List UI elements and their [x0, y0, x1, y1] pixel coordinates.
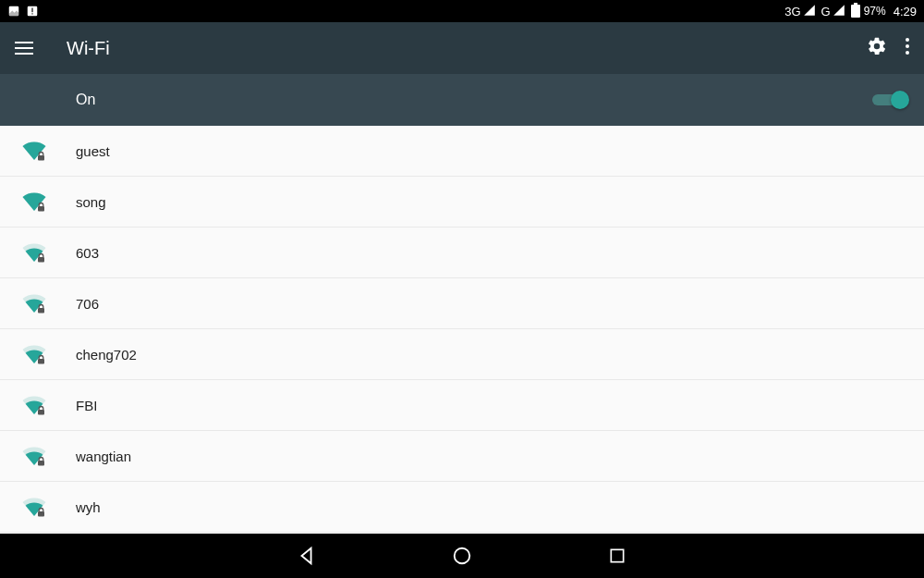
svg-rect-4	[851, 5, 860, 18]
wifi-toggle-row: On	[0, 74, 924, 126]
wifi-signal-icon	[22, 395, 46, 415]
svg-rect-5	[854, 3, 857, 5]
status-bar: 3G G 97% 4:29	[0, 0, 924, 22]
wifi-signal-icon	[22, 497, 46, 517]
wifi-toggle-switch[interactable]	[872, 91, 909, 109]
network-item[interactable]: wangtian	[0, 431, 924, 482]
network-item[interactable]: FBI	[0, 380, 924, 431]
svg-rect-12	[38, 308, 44, 314]
network-name: guest	[76, 143, 110, 159]
nav-bar	[0, 534, 924, 578]
home-button[interactable]	[449, 543, 475, 569]
cell-g-label: G	[821, 5, 831, 18]
recent-apps-button[interactable]	[604, 543, 630, 569]
back-button[interactable]	[294, 543, 320, 569]
wifi-signal-icon	[22, 141, 46, 161]
network-name: cheng702	[76, 347, 137, 363]
wifi-signal-icon	[22, 242, 46, 263]
overflow-menu-icon[interactable]	[906, 38, 909, 58]
svg-rect-16	[38, 511, 44, 517]
network-item[interactable]: cheng702	[0, 329, 924, 380]
alert-icon	[26, 5, 39, 18]
network-name: wangtian	[76, 449, 131, 464]
app-bar: Wi-Fi	[0, 22, 924, 74]
wifi-signal-icon	[22, 344, 46, 364]
network-item[interactable]: wyh	[0, 482, 924, 533]
svg-point-6	[906, 38, 909, 42]
battery-percent: 97%	[864, 5, 886, 18]
cell-3g-label: 3G	[784, 5, 800, 18]
photo-icon	[7, 5, 20, 18]
network-item[interactable]: 706	[0, 278, 924, 329]
svg-rect-2	[31, 8, 32, 13]
settings-icon[interactable]	[867, 36, 887, 60]
svg-rect-13	[38, 359, 44, 364]
wifi-signal-icon	[22, 446, 46, 466]
svg-rect-11	[38, 257, 44, 263]
svg-rect-10	[38, 206, 44, 212]
network-list: guestsong603706cheng702FBIwangtianwyh	[0, 126, 924, 534]
svg-rect-18	[611, 549, 623, 561]
network-item[interactable]: guest	[0, 126, 924, 177]
status-time: 4:29	[894, 5, 917, 18]
svg-rect-9	[38, 155, 44, 161]
svg-point-17	[455, 548, 470, 564]
cell-signal-icon-1	[803, 4, 816, 19]
svg-point-7	[906, 44, 909, 48]
page-title: Wi-Fi	[67, 38, 110, 59]
wifi-toggle-label: On	[76, 92, 95, 108]
network-name: 603	[76, 245, 99, 261]
wifi-signal-icon	[22, 191, 46, 212]
wifi-signal-icon	[22, 293, 46, 314]
network-name: wyh	[76, 499, 101, 515]
network-item[interactable]: song	[0, 177, 924, 228]
network-name: song	[76, 194, 106, 210]
svg-rect-3	[31, 13, 32, 14]
cell-signal-icon-2	[833, 4, 845, 19]
svg-point-8	[906, 51, 909, 55]
menu-icon[interactable]	[15, 37, 37, 59]
network-item[interactable]: 603	[0, 228, 924, 278]
network-name: 706	[76, 296, 99, 312]
svg-rect-14	[38, 410, 44, 415]
battery-icon	[851, 3, 860, 20]
network-name: FBI	[76, 398, 97, 413]
svg-rect-15	[38, 461, 44, 466]
